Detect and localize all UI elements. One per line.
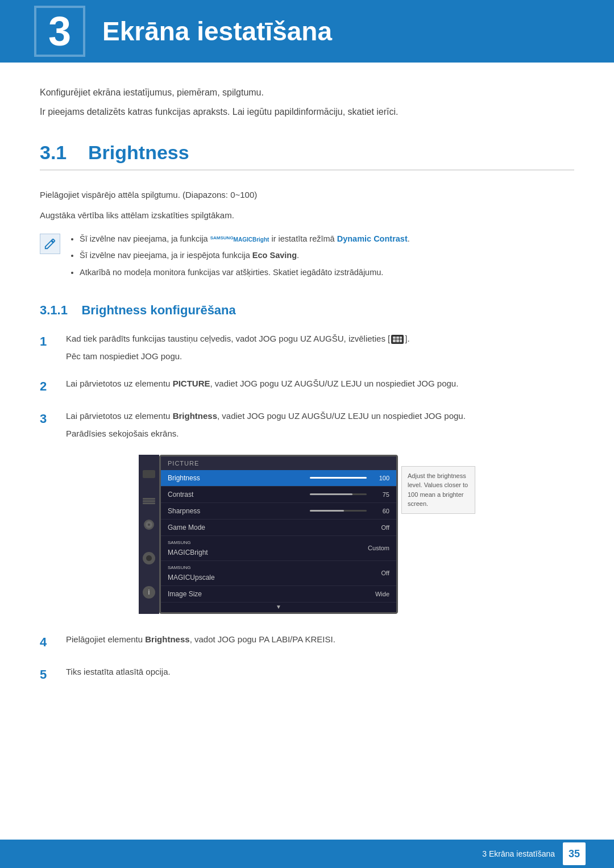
footer-chapter-ref: 3 Ekrāna iestatīšana — [482, 849, 555, 858]
monitor-icon-1 — [143, 470, 155, 478]
sharpness-value: 60 — [369, 508, 389, 514]
note-list: Šī izvēlne nav pieejama, ja funkcija SAM… — [68, 232, 410, 283]
section-3-1-desc2: Augstāka vērtība liks attēlam izskatītie… — [40, 208, 574, 223]
brightness-bold-step4: Brightness — [145, 634, 189, 644]
menu-item-brightness-label: Brightness — [168, 474, 200, 482]
section-3-1-number: 3.1 — [40, 142, 67, 163]
step-1: 1 Kad tiek parādīts funkcijas taustiņu c… — [40, 331, 574, 364]
step-5-content: Tiks iestatīta atlasītā opcija. — [66, 665, 574, 679]
monitor-icon-5: i — [143, 586, 155, 599]
monitor-container: i PICTURE Brightness 100 — [40, 455, 574, 614]
brightness-bold-step3: Brightness — [173, 411, 217, 421]
menu-header: PICTURE — [161, 456, 396, 470]
sharpness-bar-fill — [310, 510, 344, 512]
step-1-content: Kad tiek parādīts funkcijas taustiņu ceļ… — [66, 331, 574, 364]
step-5: 5 Tiks iestatīta atlasītā opcija. — [40, 665, 574, 684]
menu-item-gamemode: Game Mode Off — [161, 520, 396, 536]
monitor-icon-2 — [143, 498, 155, 500]
monitor-icon-3 — [144, 520, 154, 530]
menu-item-brightness: Brightness 100 — [161, 470, 396, 487]
subsection-3-1-1-number: 3.1.1 — [40, 303, 68, 317]
step-3-number: 3 — [40, 409, 60, 429]
chapter-title: Ekrāna iestatīšana — [102, 16, 332, 47]
pencil-icon — [44, 238, 56, 250]
menu-item-magicupscale: SAMSUNGMAGICUpscale Off — [161, 561, 396, 586]
scroll-arrow: ▼ — [161, 603, 396, 612]
step-4-content: Pielāgojiet elementu Brightness, vadot J… — [66, 632, 574, 647]
contrast-bar-container: 75 — [310, 491, 389, 498]
brightness-bar-fill — [310, 477, 367, 479]
monitor-wrapper: i PICTURE Brightness 100 — [139, 455, 475, 614]
menu-item-gamemode-label: Game Mode — [168, 524, 205, 531]
sharpness-bar-container: 60 — [310, 508, 389, 514]
magicupscale-value: Off — [369, 570, 389, 576]
step-1-number: 1 — [40, 331, 60, 351]
picture-bold: PICTURE — [173, 379, 210, 388]
sharpness-bar-track — [310, 510, 367, 512]
contrast-value: 75 — [369, 491, 389, 498]
intro-line2: Ir pieejams detalizēts katras funkcijas … — [40, 105, 574, 119]
step-5-number: 5 — [40, 665, 60, 684]
section-3-1-desc1: Pielāgojiet vispārējo attēla spilgtumu. … — [40, 188, 574, 202]
note-box: Šī izvēlne nav pieejama, ja funkcija SAM… — [40, 232, 574, 283]
menu-item-imagesize-label: Image Size — [168, 590, 202, 598]
step-2-content: Lai pārvietotos uz elementu PICTURE, vad… — [66, 376, 574, 391]
step-3-sub: Parādīsies sekojošais ekrāns. — [66, 426, 574, 441]
menu-item-imagesize: Image Size Wide — [161, 586, 396, 603]
section-3-1-heading: 3.1 Brightness — [40, 142, 574, 171]
chapter-number-box: 3 — [34, 6, 85, 57]
step-3-content: Lai pārvietotos uz elementu Brightness, … — [66, 409, 574, 441]
dynamic-contrast-link: Dynamic Contrast — [337, 234, 408, 243]
content-area: Konfigurējiet ekrāna iestatījumus, piemē… — [0, 63, 614, 742]
menu-item-contrast-label: Contrast — [168, 491, 193, 499]
brightness-value: 100 — [369, 475, 389, 481]
note-icon — [40, 234, 60, 254]
subsection-3-1-1-title: Brightness konfigurēšana — [81, 303, 235, 317]
monitor-tooltip: Adjust the brightness level. Values clos… — [401, 466, 475, 514]
note-item-3: Atkarībā no modeļa monitora funkcijas va… — [80, 266, 410, 279]
step-4: 4 Pielāgojiet elementu Brightness, vadot… — [40, 632, 574, 652]
page-footer: 3 Ekrāna iestatīšana 35 — [0, 840, 614, 868]
footer-page-number: 35 — [563, 842, 586, 865]
monitor-left-icons: i — [139, 455, 159, 614]
step-4-number: 4 — [40, 632, 60, 652]
eco-saving-bold: Eco Saving — [252, 251, 297, 260]
step-2: 2 Lai pārvietotos uz elementu PICTURE, v… — [40, 376, 574, 396]
subsection-3-1-1-heading: 3.1.1 Brightness konfigurēšana — [40, 303, 574, 318]
section-3-1-title: Brightness — [88, 142, 189, 163]
intro-line1: Konfigurējiet ekrāna iestatījumus, piemē… — [40, 85, 574, 100]
samsung-magic-label-1: SAMSUNGMAGICBright — [210, 236, 269, 243]
gamemode-value: Off — [369, 524, 389, 531]
step-1-sub: Pēc tam nospiediet JOG pogu. — [66, 349, 574, 364]
magicbright-value: Custom — [368, 545, 389, 551]
step-3: 3 Lai pārvietotos uz elementu Brightness… — [40, 409, 574, 441]
note-item-1: Šī izvēlne nav pieejama, ja funkcija SAM… — [80, 232, 410, 246]
menu-item-contrast: Contrast 75 — [161, 487, 396, 503]
page: 3 Ekrāna iestatīšana Konfigurējiet ekrān… — [0, 0, 614, 868]
monitor-screen: PICTURE Brightness 100 Contrast — [159, 455, 398, 614]
grid-icon — [391, 335, 404, 344]
monitor-icon-4 — [143, 552, 155, 564]
menu-item-sharpness-label: Sharpness — [168, 507, 200, 515]
brightness-bar-track — [310, 477, 367, 479]
brightness-bar-container: 100 — [310, 475, 389, 481]
menu-item-magicbright: SAMSUNGMAGICBright Custom — [161, 536, 396, 561]
contrast-bar-fill — [310, 493, 352, 495]
imagesize-value: Wide — [369, 591, 389, 597]
menu-item-sharpness: Sharpness 60 — [161, 503, 396, 520]
header-strip: 3 Ekrāna iestatīšana — [0, 0, 614, 63]
menu-item-magicupscale-label: SAMSUNGMAGICUpscale — [168, 565, 215, 582]
chapter-number: 3 — [48, 11, 71, 52]
contrast-bar-track — [310, 493, 367, 495]
step-2-number: 2 — [40, 376, 60, 396]
note-item-2: Šī izvēlne nav pieejama, ja ir iespējota… — [80, 249, 410, 262]
menu-item-magicbright-label: SAMSUNGMAGICBright — [168, 540, 208, 556]
